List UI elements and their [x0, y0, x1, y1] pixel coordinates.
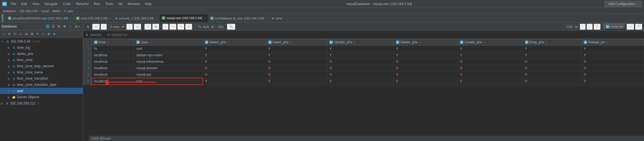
- breadcrumb-schema[interactable]: mysql: [41, 9, 49, 13]
- tab-arnoldtest[interactable]: ⊞ arnoldTest20230924.user [192.168.2.84]…: [6, 14, 74, 22]
- table-name-button[interactable]: ⊞ mysql.user: [604, 24, 626, 30]
- table-cell[interactable]: N: [393, 65, 457, 71]
- search-button[interactable]: 🔍: [227, 24, 235, 30]
- tree-item-slow-log[interactable]: ▶ ⊞ slow_log: [0, 44, 83, 51]
- table-cell[interactable]: Y: [203, 59, 266, 65]
- table-cell[interactable]: %: [92, 46, 134, 52]
- tree-item-user[interactable]: ▶ ⊞ user: [0, 88, 83, 94]
- menu-tools[interactable]: Tools: [103, 1, 115, 6]
- row-number[interactable]: 1: [83, 46, 92, 52]
- col-header-user[interactable]: ⊞ User ⇅: [134, 39, 202, 46]
- tree-item-server-objects[interactable]: ▶ 📁 Server Objects: [0, 94, 83, 100]
- table-cell[interactable]: Y: [266, 52, 327, 59]
- col-header-host[interactable]: ⊞ Host ⇅: [92, 39, 134, 46]
- table-cell[interactable]: debian-sys-maint: [134, 52, 202, 59]
- rows-select[interactable]: 6 rows: [108, 24, 125, 29]
- table-cell[interactable]: N: [458, 65, 523, 71]
- table-cell[interactable]: N: [523, 65, 581, 71]
- upload-button[interactable]: ↑: [587, 24, 593, 30]
- table-cell[interactable]: localhost: [92, 52, 134, 59]
- menu-edit[interactable]: Edit: [19, 1, 29, 6]
- table-cell[interactable]: root: [134, 46, 202, 52]
- table-cell[interactable]: Y: [581, 46, 644, 52]
- table-cell[interactable]: N: [266, 65, 327, 71]
- nav-first-button[interactable]: ⏮: [92, 24, 100, 30]
- menu-git[interactable]: Git: [116, 1, 125, 6]
- table-cell[interactable]: Y: [523, 52, 581, 59]
- menu-help[interactable]: Help: [142, 1, 154, 6]
- table-cell[interactable]: N: [458, 71, 523, 78]
- table-cell[interactable]: N: [203, 71, 266, 78]
- db-view-btn[interactable]: 👁: [46, 32, 51, 37]
- table-cell[interactable]: N: [266, 71, 327, 78]
- view-button[interactable]: 👁: [627, 24, 634, 30]
- tree-item-time-zone-leap[interactable]: ▶ ⊞ time_zone_leap_second: [0, 63, 83, 69]
- col-header-delete-priv[interactable]: ⊞ Delete_priv ⇅: [393, 39, 457, 46]
- tab-close-icon[interactable]: ×: [266, 17, 267, 20]
- tab-console1[interactable]: ▶ console_1 [192.168.2.84] ×: [113, 14, 160, 22]
- table-cell[interactable]: Y: [203, 52, 266, 59]
- table-cell[interactable]: Y: [523, 78, 581, 85]
- row-number[interactable]: 6: [83, 78, 92, 85]
- col-header-select-priv[interactable]: ⊞ Select_priv ⇅: [203, 39, 266, 46]
- table-cell[interactable]: N: [327, 59, 393, 65]
- table-cell[interactable]: N: [266, 59, 327, 65]
- table-cell[interactable]: Y: [458, 52, 523, 59]
- tab-close-icon[interactable]: ×: [156, 17, 157, 20]
- row-number[interactable]: 5: [83, 71, 92, 78]
- compare-button[interactable]: ⇄: [594, 24, 601, 30]
- table-cell[interactable]: N: [327, 71, 393, 78]
- db-copy-btn[interactable]: ⧉: [7, 32, 12, 37]
- table-cell[interactable]: Y: [393, 78, 457, 85]
- menu-code[interactable]: Code: [61, 1, 73, 6]
- table-cell[interactable]: Y: [266, 46, 327, 52]
- tree-item-time-zone-transition[interactable]: ▶ ⊞ time_zone_transition: [0, 75, 83, 82]
- menu-refactor[interactable]: Refactor: [74, 1, 91, 6]
- table-cell[interactable]: localhost: [92, 59, 134, 65]
- stop-button[interactable]: ◼: [152, 24, 159, 30]
- db-table-btn[interactable]: ⊞: [29, 32, 34, 37]
- nav-last-button[interactable]: ⏭: [134, 24, 141, 30]
- nav-next-button[interactable]: >: [126, 24, 132, 30]
- table-cell[interactable]: N: [203, 65, 266, 71]
- table-cell[interactable]: mysql.session: [134, 65, 202, 71]
- tree-item-time-zone[interactable]: ▶ ⊞ time_zone: [0, 57, 83, 63]
- tree-item-tables-priv[interactable]: ▶ ⊞ tables_priv: [0, 51, 83, 57]
- menu-window[interactable]: Window: [125, 1, 142, 6]
- tab-close-icon[interactable]: ×: [109, 17, 111, 20]
- tree-item-server-2[interactable]: ▶ 🖥 192.168.200.212 6: [0, 100, 83, 106]
- table-cell[interactable]: Y: [393, 52, 457, 59]
- db-panel-gear-icon[interactable]: ⚙: [62, 24, 67, 29]
- db-filter-btn[interactable]: ▼: [52, 32, 57, 37]
- data-table-wrapper[interactable]: ⊞ Host ⇅ ⊞ User ⇅: [83, 39, 644, 141]
- table-cell[interactable]: N: [458, 59, 523, 65]
- table-cell[interactable]: Y: [458, 46, 523, 52]
- tree-item-server-1[interactable]: ▼ 🖥 192.168.2.84 3 of 6: [0, 38, 83, 44]
- tab-close-icon[interactable]: ×: [70, 17, 72, 20]
- tab-close-icon[interactable]: ×: [284, 17, 286, 20]
- db-refresh-btn[interactable]: ↻: [12, 32, 17, 37]
- db-panel-globe-icon[interactable]: 🌐: [45, 24, 50, 29]
- db-stop-btn[interactable]: ◼: [24, 32, 29, 37]
- table-cell[interactable]: Y: [523, 46, 581, 52]
- table-cell[interactable]: Y: [581, 52, 644, 59]
- table-cell[interactable]: Y: [203, 46, 266, 52]
- add-row-button[interactable]: +: [162, 24, 169, 30]
- col-header-insert-priv[interactable]: ⊞ Insert_priv ⇅: [266, 39, 327, 46]
- clone-button[interactable]: ⊕: [185, 24, 192, 30]
- breadcrumb-host[interactable]: 192.168.2.84: [19, 9, 37, 13]
- breadcrumb-tables[interactable]: tables: [52, 9, 60, 13]
- ddl-button[interactable]: DDL: [216, 24, 226, 29]
- table-cell[interactable]: Y: [327, 46, 393, 52]
- nav-prev-button[interactable]: <: [101, 24, 107, 30]
- menu-run[interactable]: Run: [92, 1, 102, 6]
- db-panel-list-icon[interactable]: ☰: [51, 24, 56, 29]
- col-header-update-priv[interactable]: ⊞ Update_priv ⇅: [327, 39, 393, 46]
- table-cell[interactable]: N: [327, 65, 393, 71]
- tree-item-time-zone-name[interactable]: ▶ ⊞ time_zone_name: [0, 69, 83, 75]
- menu-view[interactable]: View: [30, 1, 42, 6]
- db-schema-btn[interactable]: ⬡: [18, 32, 23, 37]
- table-cell[interactable]: N: [581, 59, 644, 65]
- tab-emp[interactable]: ⊞ emp [192.168.2.84] ×: [74, 14, 113, 22]
- tab-mysql-user[interactable]: ⊞ mysql.user [192.168.2.84] ×: [160, 14, 208, 22]
